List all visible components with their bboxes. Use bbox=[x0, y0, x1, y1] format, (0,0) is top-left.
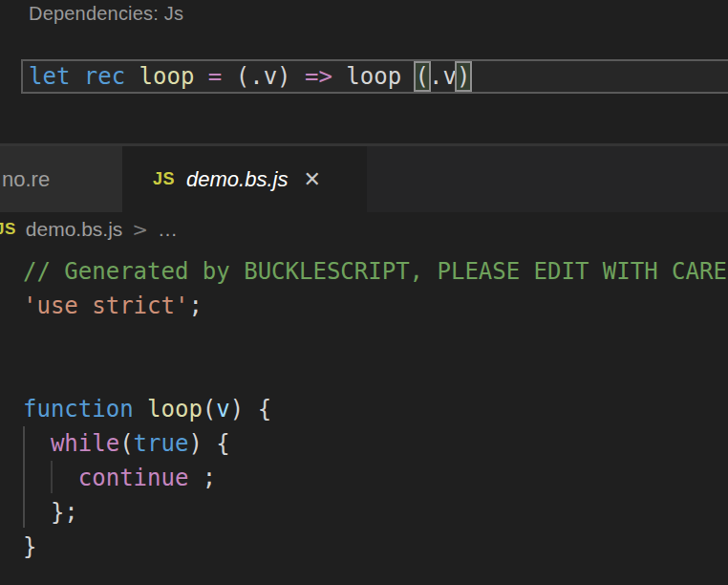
breadcrumb: JS demo.bs.js > … bbox=[0, 212, 728, 247]
code-token: ; bbox=[188, 465, 216, 491]
code-token: ( bbox=[416, 63, 429, 90]
tab-label: demo.bs.js bbox=[186, 167, 288, 192]
reason-editor-pane[interactable]: Dependencies: Js let rec loop = (.v) => … bbox=[0, 0, 728, 143]
code-token: ; bbox=[188, 292, 202, 319]
code-line[interactable]: function loop(v) { bbox=[0, 392, 728, 426]
codelens-dependencies[interactable]: Dependencies: Js bbox=[29, 3, 183, 25]
code-token: }; bbox=[23, 499, 78, 526]
code-area[interactable]: // Generated by BUCKLESCRIPT, PLEASE EDI… bbox=[0, 254, 728, 564]
code-line[interactable]: while(true) { bbox=[0, 426, 728, 461]
close-icon[interactable]: ✕ bbox=[303, 169, 320, 190]
code-token: ) bbox=[457, 63, 470, 90]
tab-bar: no.re JS demo.bs.js ✕ bbox=[0, 146, 728, 212]
chevron-right-icon: > bbox=[132, 218, 148, 241]
breadcrumb-file[interactable]: demo.bs.js bbox=[26, 218, 123, 241]
code-token: // Generated by BUCKLESCRIPT, PLEASE EDI… bbox=[23, 258, 727, 285]
code-token: true bbox=[134, 430, 189, 457]
code-token: => bbox=[305, 63, 346, 90]
code-token bbox=[23, 430, 51, 457]
code-token: ( bbox=[119, 430, 133, 457]
code-line[interactable]: } bbox=[0, 530, 728, 564]
code-token: (.v) bbox=[236, 63, 305, 90]
code-token: function bbox=[23, 396, 147, 422]
code-line[interactable] bbox=[0, 323, 728, 358]
tab-demo-re[interactable]: no.re bbox=[0, 146, 122, 212]
code-line[interactable] bbox=[0, 358, 728, 392]
code-token: loop bbox=[139, 63, 208, 90]
code-token: rec bbox=[84, 63, 139, 90]
code-line[interactable]: }; bbox=[0, 495, 728, 530]
code-token: .v bbox=[429, 63, 457, 90]
code-token: ( bbox=[203, 396, 216, 422]
code-token: let bbox=[29, 63, 84, 90]
code-token: while bbox=[51, 430, 119, 457]
code-token: ) { bbox=[188, 430, 229, 457]
javascript-file-icon: JS bbox=[0, 220, 16, 239]
code-line[interactable]: 'use strict'; bbox=[0, 289, 728, 323]
code-token: loop bbox=[346, 63, 415, 90]
tab-demo-bs-js[interactable]: JS demo.bs.js ✕ bbox=[122, 146, 367, 212]
breadcrumb-symbol-more[interactable]: … bbox=[158, 218, 178, 241]
highlighted-code-line[interactable]: let rec loop = (.v) => loop (.v) bbox=[21, 59, 728, 94]
code-token: continue bbox=[78, 465, 189, 491]
code-token: ) { bbox=[230, 396, 271, 422]
tab-label: no.re bbox=[0, 167, 50, 192]
js-editor-pane[interactable]: // Generated by BUCKLESCRIPT, PLEASE EDI… bbox=[0, 247, 728, 585]
code-token: = bbox=[208, 63, 236, 90]
code-token bbox=[23, 465, 78, 491]
javascript-file-icon: JS bbox=[153, 169, 175, 189]
code-line[interactable]: // Generated by BUCKLESCRIPT, PLEASE EDI… bbox=[0, 254, 728, 289]
reason-code-line[interactable]: let rec loop = (.v) => loop (.v) bbox=[23, 62, 470, 91]
code-token: loop bbox=[147, 396, 203, 422]
code-line[interactable]: continue ; bbox=[0, 461, 728, 495]
code-token: } bbox=[23, 533, 36, 560]
code-token: 'use strict' bbox=[23, 292, 188, 319]
code-token: v bbox=[216, 396, 229, 422]
